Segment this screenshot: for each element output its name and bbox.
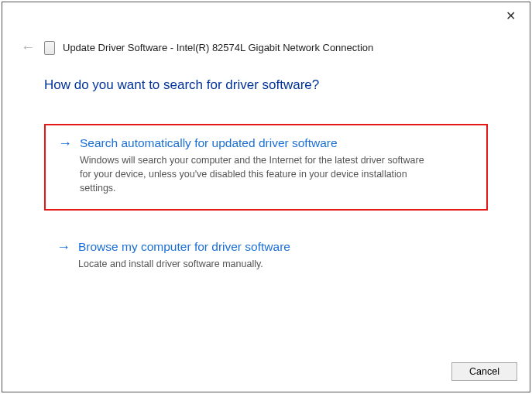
- option-description: Windows will search your computer and th…: [80, 153, 436, 195]
- device-icon: [44, 41, 55, 55]
- option-browse-computer[interactable]: → Browse my computer for driver software…: [44, 229, 488, 285]
- wizard-question: How do you want to search for driver sof…: [44, 77, 488, 93]
- wizard-content: How do you want to search for driver sof…: [2, 56, 530, 286]
- window-title: Update Driver Software - Intel(R) 82574L…: [63, 42, 373, 53]
- right-arrow-icon: →: [58, 136, 72, 150]
- cancel-button[interactable]: Cancel: [451, 362, 517, 381]
- option-search-automatically[interactable]: → Search automatically for updated drive…: [44, 124, 488, 211]
- close-icon: ✕: [506, 9, 516, 22]
- option-title: Search automatically for updated driver …: [80, 136, 338, 150]
- option-head: → Browse my computer for driver software: [57, 240, 475, 254]
- option-description: Locate and install driver software manua…: [78, 257, 434, 271]
- back-arrow-icon: ←: [19, 39, 36, 56]
- right-arrow-icon: →: [57, 240, 70, 254]
- driver-update-wizard: ✕ ← Update Driver Software - Intel(R) 82…: [2, 2, 530, 392]
- wizard-footer: Cancel: [451, 362, 517, 381]
- close-button[interactable]: ✕: [501, 7, 520, 25]
- wizard-header: ← Update Driver Software - Intel(R) 8257…: [2, 2, 530, 56]
- option-head: → Search automatically for updated drive…: [58, 136, 474, 150]
- option-title: Browse my computer for driver software: [78, 240, 290, 254]
